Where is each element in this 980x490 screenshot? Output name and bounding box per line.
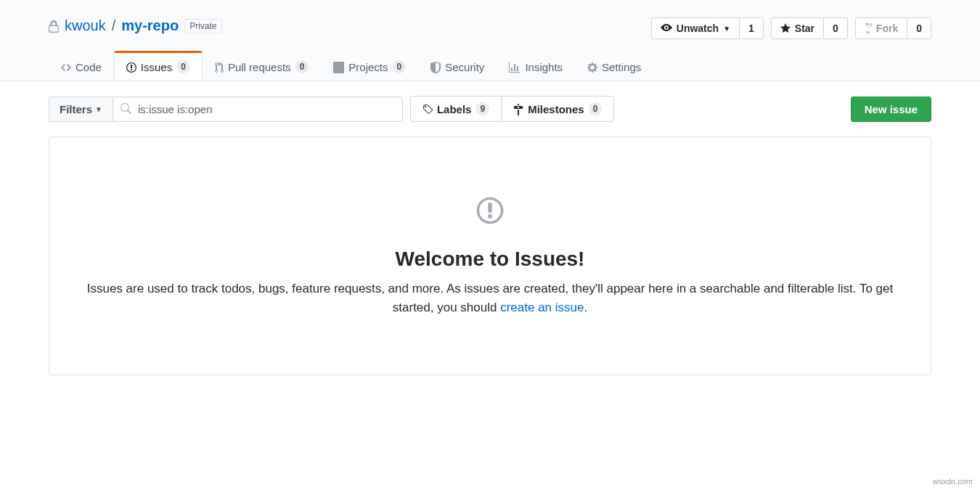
fork-button: Fork xyxy=(855,17,907,39)
star-button[interactable]: Star xyxy=(771,17,824,39)
tag-icon xyxy=(422,103,433,115)
repo-nav: Code Issues 0 Pull requests 0 Projects 0… xyxy=(49,51,931,81)
issues-count: 0 xyxy=(176,60,190,73)
blankslate: Welcome to Issues! Issues are used to tr… xyxy=(49,136,931,375)
owner-link[interactable]: kwouk xyxy=(65,17,106,34)
pulls-count: 0 xyxy=(295,60,309,73)
fork-icon xyxy=(865,23,872,34)
repo-link[interactable]: my-repo xyxy=(121,17,179,34)
star-icon xyxy=(780,23,791,34)
tab-insights[interactable]: Insights xyxy=(497,51,575,81)
project-icon xyxy=(333,61,344,73)
milestones-count: 0 xyxy=(589,102,603,115)
separator: / xyxy=(112,17,116,34)
tab-pull-requests[interactable]: Pull requests 0 xyxy=(203,51,321,81)
fork-count[interactable]: 0 xyxy=(907,17,931,39)
blankslate-heading: Welcome to Issues! xyxy=(78,248,902,271)
search-icon xyxy=(120,103,131,115)
tab-settings[interactable]: Settings xyxy=(575,51,653,81)
tab-code[interactable]: Code xyxy=(49,51,114,81)
search-input[interactable] xyxy=(113,97,403,122)
new-issue-button[interactable]: New issue xyxy=(851,97,931,122)
repo-title: kwouk / my-repo Private xyxy=(49,17,222,34)
shield-icon xyxy=(430,61,441,73)
code-icon xyxy=(61,61,71,73)
milestones-button[interactable]: Milestones 0 xyxy=(501,96,614,122)
create-issue-link[interactable]: create an issue xyxy=(500,301,584,314)
eye-icon xyxy=(661,23,672,34)
labels-button[interactable]: Labels 9 xyxy=(410,96,501,122)
tab-issues[interactable]: Issues 0 xyxy=(114,51,203,81)
issue-opened-icon xyxy=(475,195,505,226)
pull-request-icon xyxy=(215,61,224,73)
caret-down-icon: ▼ xyxy=(95,105,102,113)
lock-icon xyxy=(49,17,59,34)
tab-projects[interactable]: Projects 0 xyxy=(321,51,418,81)
milestone-icon xyxy=(513,103,523,115)
tab-security[interactable]: Security xyxy=(418,51,497,81)
visibility-label: Private xyxy=(184,19,221,33)
blankslate-description: Issues are used to track todos, bugs, fe… xyxy=(80,279,900,317)
filters-button[interactable]: Filters ▼ xyxy=(49,97,113,122)
labels-count: 9 xyxy=(475,102,489,115)
watch-count[interactable]: 1 xyxy=(740,17,764,39)
graph-icon xyxy=(509,61,520,73)
star-count[interactable]: 0 xyxy=(824,17,848,39)
projects-count: 0 xyxy=(393,60,407,73)
gear-icon xyxy=(587,61,597,73)
watch-button[interactable]: Unwatch ▼ xyxy=(651,17,740,39)
repo-actions: Unwatch ▼ 1 Star 0 Fork xyxy=(651,17,931,39)
caret-down-icon: ▼ xyxy=(723,25,730,33)
issue-icon xyxy=(126,61,136,73)
